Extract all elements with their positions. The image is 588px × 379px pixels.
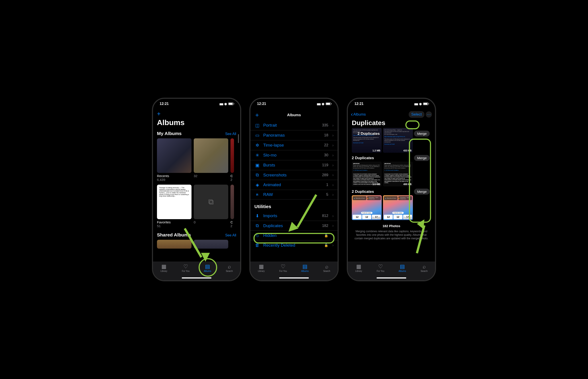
tab-search[interactable]: ⌕Search: [413, 262, 435, 280]
more-button[interactable]: ⋯: [426, 111, 432, 118]
shared-album-item[interactable]: [194, 240, 228, 249]
tab-library[interactable]: ▦Library: [153, 262, 175, 280]
signal-icon: [414, 102, 418, 106]
row-name: Recently Deleted: [263, 243, 321, 248]
add-button[interactable]: +: [153, 110, 240, 117]
arrow-head: [288, 222, 300, 233]
tab-library[interactable]: ▦Library: [250, 262, 272, 280]
lock-icon: 🔒: [324, 234, 328, 237]
merge-button[interactable]: Merge: [414, 131, 430, 137]
hidden-icon: ⦸: [254, 233, 260, 238]
duplicate-thumb[interactable]: IMPORTANTPlease read the following terms…: [352, 162, 382, 186]
album-item-cut[interactable]: C 2: [230, 185, 234, 228]
row-count: 119: [322, 163, 328, 167]
status-time: 12:21: [354, 102, 364, 106]
row-count: 812: [322, 214, 328, 218]
home-indicator[interactable]: [377, 277, 406, 279]
page-title: Albums: [153, 117, 240, 129]
row-screenshots[interactable]: ⧉Screenshots289›: [250, 170, 338, 180]
album-empty[interactable]: ⧉ 0: [194, 185, 228, 228]
album-item-cut[interactable]: C 2: [230, 138, 234, 182]
album-count: 51: [157, 224, 191, 228]
group-title: 2 Duplicates: [358, 129, 380, 137]
panorama-icon: ▭: [254, 133, 260, 138]
wifi-icon: [322, 102, 324, 106]
row-name: Bursts: [263, 163, 319, 168]
row-animated[interactable]: ◈Animated1›: [250, 180, 338, 190]
row-panoramas[interactable]: ▭Panoramas18›: [250, 130, 338, 140]
shared-album-item[interactable]: [157, 240, 191, 249]
tab-search[interactable]: ⌕Search: [316, 262, 338, 280]
notch: [277, 99, 311, 105]
tab-label: For You: [377, 270, 384, 272]
page-title: Duplicates: [348, 119, 435, 128]
duplicate-thumb[interactable]: iOS 16 Developer Beta — Apple Inc.This b…: [383, 128, 413, 153]
row-count: 30: [324, 153, 328, 158]
chevron-right-icon: ›: [332, 243, 334, 248]
album-favorites[interactable]: Passage I'm taking seriously — "The dyna…: [157, 185, 191, 228]
row-count: 1: [326, 183, 328, 187]
album-item[interactable]: 32: [194, 138, 228, 182]
album-count: 0: [194, 220, 228, 224]
tab-label: Library: [160, 270, 167, 272]
row-name: Time-lapse: [263, 143, 321, 148]
screenshots-icon: ⧉: [254, 173, 260, 177]
album-thumb: [230, 185, 234, 219]
row-bursts[interactable]: ▣Bursts119›: [250, 160, 338, 170]
tab-label: Search: [226, 270, 233, 272]
row-imports[interactable]: ⬇Imports812›: [250, 211, 338, 221]
font-color-pill: Font & Color: [361, 212, 372, 214]
tab-label: Library: [355, 270, 362, 272]
file-size: 499 KB: [403, 183, 412, 186]
album-thumb: [230, 138, 234, 173]
tab-label: For You: [279, 270, 287, 272]
row-raw[interactable]: RRAW5›: [250, 190, 338, 199]
album-count: 6,439: [157, 178, 191, 182]
row-portrait[interactable]: ◫Portrait335›: [250, 120, 338, 130]
chevron-right-icon: ›: [332, 233, 334, 238]
row-count: 22: [324, 143, 328, 147]
tab-search[interactable]: ⌕Search: [219, 262, 240, 280]
back-label: Albums: [353, 112, 366, 117]
slomo-icon: ✳: [254, 153, 260, 158]
album-thumb: [194, 138, 228, 173]
album-thumb: [194, 240, 228, 249]
tab-label: Search: [421, 270, 428, 272]
chevron-right-icon: ›: [332, 143, 334, 148]
file-size: 1.5 MB: [373, 183, 380, 186]
tab-label: Albums: [204, 270, 211, 272]
row-timelapse[interactable]: ✲Time-lapse22›: [250, 140, 338, 150]
home-indicator[interactable]: [279, 277, 309, 279]
duplicate-thumb[interactable]: IMPORTANTPlease read the following terms…: [383, 162, 413, 186]
see-all-link[interactable]: See All: [225, 233, 236, 237]
library-icon: ▦: [356, 264, 361, 269]
svg-marker-1: [288, 222, 298, 232]
row-count: 335: [322, 123, 328, 127]
duplicate-thumb[interactable]: 2 Duplicates This beta version of iOS 16…: [352, 128, 382, 153]
row-name: Portrait: [263, 123, 319, 128]
wifi-icon: [419, 102, 422, 106]
home-indicator[interactable]: [182, 277, 211, 279]
duplicate-thumb[interactable]: Security & DoorUnlocked · Syst… · Observ…: [383, 195, 413, 220]
phone-screen-2: 12:21 + Albums ◫Portrait335› ▭Panoramas1…: [250, 98, 338, 281]
search-icon: ⌕: [325, 264, 328, 269]
add-button[interactable]: +: [251, 111, 263, 119]
merge-button[interactable]: Merge: [414, 155, 430, 161]
select-button[interactable]: Select: [409, 111, 424, 118]
row-name: Panoramas: [263, 133, 321, 138]
row-recently-deleted[interactable]: 🗑Recently Deleted🔒›: [250, 240, 338, 250]
section-shared-albums: Shared Albums: [157, 232, 191, 237]
album-recents[interactable]: Recents 6,439: [157, 138, 191, 182]
battery-icon: [228, 102, 234, 105]
back-button[interactable]: Albums: [351, 112, 366, 117]
portrait-icon: ◫: [254, 123, 260, 128]
svg-marker-2: [417, 219, 424, 229]
row-slomo[interactable]: ✳Slo-mo30›: [250, 150, 338, 160]
status-time: 12:21: [257, 102, 266, 106]
tab-library[interactable]: ▦Library: [348, 262, 370, 280]
duplicate-thumb[interactable]: Security & DoorUnlocked · Syst… · Observ…: [352, 195, 382, 220]
merge-button[interactable]: Merge: [414, 189, 430, 195]
phone-screen-3: 12:21 Albums Select ⋯ Duplicates Merge 2…: [347, 98, 436, 281]
see-all-link[interactable]: See All: [225, 132, 236, 136]
row-count: 182: [322, 224, 328, 228]
